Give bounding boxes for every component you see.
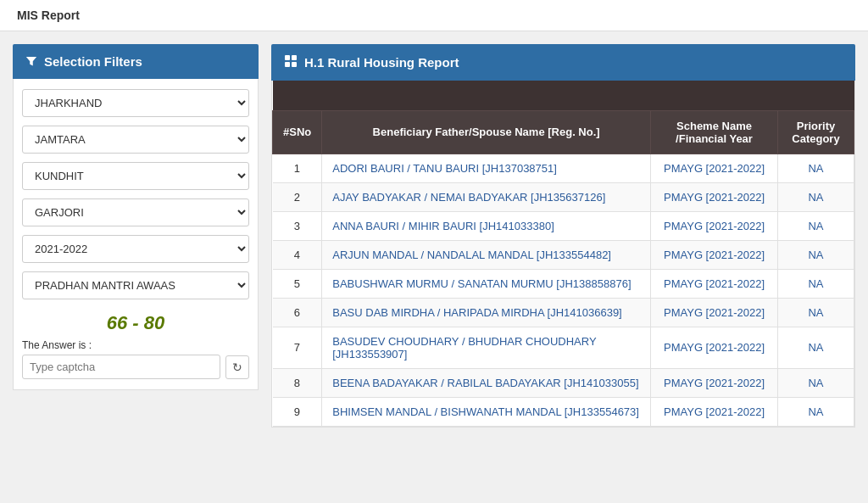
- cell-beneficiary: ANNA BAURI / MIHIR BAURI [JH141033380]: [322, 211, 651, 240]
- cell-beneficiary: AJAY BADYAKAR / NEMAI BADYAKAR [JH135637…: [322, 182, 651, 211]
- state-select[interactable]: JHARKHAND: [22, 89, 249, 117]
- cell-scheme: PMAYG [2021-2022]: [651, 154, 778, 182]
- cell-scheme: PMAYG [2021-2022]: [651, 240, 778, 269]
- report-icon: [284, 54, 298, 70]
- table-row: 8 BEENA BADAYAKAR / RABILAL BADAYAKAR [J…: [273, 368, 854, 397]
- cell-priority: NA: [778, 211, 854, 240]
- table-row: 9 BHIMSEN MANDAL / BISHWANATH MANDAL [JH…: [273, 397, 854, 426]
- report-table: #SNo Beneficiary Father/Spouse Name [Reg…: [272, 81, 854, 427]
- cell-sno: 9: [273, 397, 322, 426]
- left-panel: Selection Filters JHARKHAND JAMTARA KUND…: [13, 44, 259, 390]
- year-select[interactable]: 2021-2022: [22, 235, 249, 263]
- col-header-priority: Priority Category: [778, 110, 854, 154]
- cell-scheme: PMAYG [2021-2022]: [651, 298, 778, 327]
- cell-scheme: PMAYG [2021-2022]: [651, 182, 778, 211]
- svg-rect-1: [292, 55, 297, 60]
- filter-icon: [25, 56, 37, 68]
- cell-priority: NA: [778, 397, 854, 426]
- cell-sno: 3: [273, 211, 322, 240]
- cell-beneficiary: BEENA BADAYAKAR / RABILAL BADAYAKAR [JH1…: [322, 368, 651, 397]
- table-row: 3 ANNA BAURI / MIHIR BAURI [JH141033380]…: [273, 211, 854, 240]
- cell-priority: NA: [778, 368, 854, 397]
- cell-scheme: PMAYG [2021-2022]: [651, 211, 778, 240]
- cell-beneficiary: BHIMSEN MANDAL / BISHWANATH MANDAL [JH13…: [322, 397, 651, 426]
- cell-beneficiary: ARJUN MANDAL / NANDALAL MANDAL [JH133554…: [322, 240, 651, 269]
- filter-header: Selection Filters: [13, 44, 259, 79]
- cell-scheme: PMAYG [2021-2022]: [651, 269, 778, 298]
- cell-priority: NA: [778, 154, 854, 182]
- block-select[interactable]: KUNDHIT: [22, 162, 249, 190]
- svg-rect-0: [285, 55, 290, 60]
- cell-scheme: PMAYG [2021-2022]: [651, 397, 778, 426]
- filter-title: Selection Filters: [44, 54, 142, 69]
- captcha-label: The Answer is :: [22, 339, 249, 351]
- table-container: #SNo Beneficiary Father/Spouse Name [Reg…: [271, 81, 855, 428]
- captcha-input[interactable]: [22, 355, 220, 379]
- table-row: 2 AJAY BADYAKAR / NEMAI BADYAKAR [JH1356…: [273, 182, 854, 211]
- table-row: 1 ADORI BAURI / TANU BAURI [JH137038751]…: [273, 154, 854, 182]
- scheme-select[interactable]: PRADHAN MANTRI AWAAS: [22, 271, 249, 299]
- cell-priority: NA: [778, 182, 854, 211]
- captcha-refresh-button[interactable]: ↻: [225, 355, 249, 379]
- cell-beneficiary: BASUDEV CHOUDHARY / BHUDHAR CHOUDHARY [J…: [322, 327, 651, 368]
- cell-priority: NA: [778, 240, 854, 269]
- captcha-section: 66 - 80 The Answer is : ↻: [22, 312, 249, 379]
- main-layout: Selection Filters JHARKHAND JAMTARA KUND…: [0, 31, 868, 440]
- col-header-beneficiary: Beneficiary Father/Spouse Name [Reg. No.…: [322, 110, 651, 154]
- cell-sno: 4: [273, 240, 322, 269]
- main-header-cell: [273, 81, 854, 110]
- cell-beneficiary: BABUSHWAR MURMU / SANATAN MURMU [JH13885…: [322, 269, 651, 298]
- cell-sno: 1: [273, 154, 322, 182]
- report-title: H.1 Rural Housing Report: [304, 55, 459, 70]
- cell-priority: NA: [778, 269, 854, 298]
- top-bar: MIS Report: [0, 0, 868, 31]
- cell-beneficiary: ADORI BAURI / TANU BAURI [JH137038751]: [322, 154, 651, 182]
- report-header: H.1 Rural Housing Report: [271, 44, 855, 81]
- svg-rect-3: [292, 62, 297, 67]
- captcha-input-row: ↻: [22, 355, 249, 379]
- cell-sno: 8: [273, 368, 322, 397]
- panchayat-select[interactable]: GARJORI: [22, 198, 249, 226]
- cell-priority: NA: [778, 327, 854, 368]
- table-sub-header-row: #SNo Beneficiary Father/Spouse Name [Reg…: [273, 110, 854, 154]
- col-header-sno: #SNo: [273, 110, 322, 154]
- table-row: 5 BABUSHWAR MURMU / SANATAN MURMU [JH138…: [273, 269, 854, 298]
- table-row: 7 BASUDEV CHOUDHARY / BHUDHAR CHOUDHARY …: [273, 327, 854, 368]
- cell-priority: NA: [778, 298, 854, 327]
- cell-sno: 5: [273, 269, 322, 298]
- captcha-number: 66 - 80: [22, 312, 249, 334]
- svg-rect-2: [285, 62, 290, 67]
- cell-sno: 2: [273, 182, 322, 211]
- cell-sno: 6: [273, 298, 322, 327]
- table-body: 1 ADORI BAURI / TANU BAURI [JH137038751]…: [273, 154, 854, 426]
- filter-body: JHARKHAND JAMTARA KUNDHIT GARJORI 2021-2…: [13, 79, 259, 390]
- right-panel: H.1 Rural Housing Report #SNo Beneficiar…: [271, 44, 855, 428]
- page-title: MIS Report: [17, 8, 80, 22]
- cell-sno: 7: [273, 327, 322, 368]
- table-main-header-row: [273, 81, 854, 110]
- cell-beneficiary: BASU DAB MIRDHA / HARIPADA MIRDHA [JH141…: [322, 298, 651, 327]
- table-row: 4 ARJUN MANDAL / NANDALAL MANDAL [JH1335…: [273, 240, 854, 269]
- district-select[interactable]: JAMTARA: [22, 126, 249, 154]
- col-header-scheme: Scheme Name /Financial Year: [651, 110, 778, 154]
- table-row: 6 BASU DAB MIRDHA / HARIPADA MIRDHA [JH1…: [273, 298, 854, 327]
- cell-scheme: PMAYG [2021-2022]: [651, 368, 778, 397]
- cell-scheme: PMAYG [2021-2022]: [651, 327, 778, 368]
